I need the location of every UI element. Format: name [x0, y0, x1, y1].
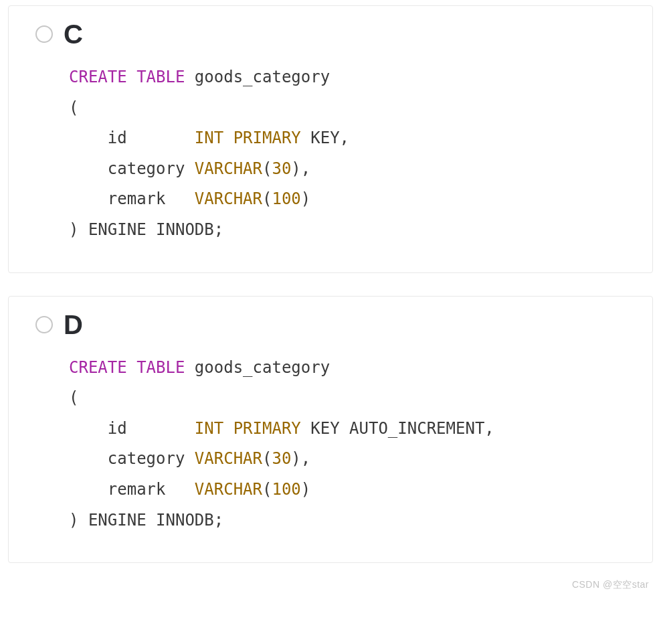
option-header: C — [35, 21, 638, 48]
option-letter: D — [64, 311, 83, 338]
option-card-d[interactable]: D CREATE TABLE goods_category ( id INT P… — [8, 296, 653, 564]
watermark: CSDN @空空star — [572, 579, 649, 591]
option-header: D — [35, 311, 638, 338]
radio-icon[interactable] — [35, 25, 53, 43]
code-block: CREATE TABLE goods_category ( id INT PRI… — [69, 353, 638, 536]
radio-icon[interactable] — [35, 316, 53, 333]
option-card-c[interactable]: C CREATE TABLE goods_category ( id INT P… — [8, 5, 653, 273]
option-letter: C — [64, 21, 83, 48]
page: C CREATE TABLE goods_category ( id INT P… — [0, 0, 661, 599]
code-block: CREATE TABLE goods_category ( id INT PRI… — [69, 62, 638, 246]
